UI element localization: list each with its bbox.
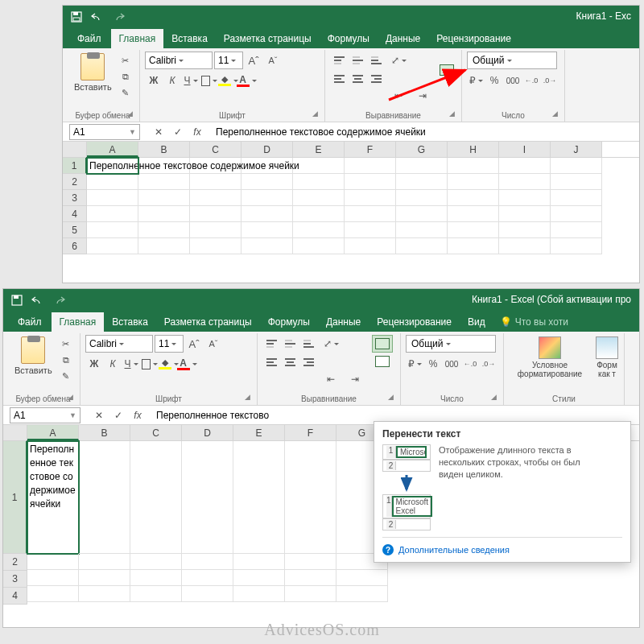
fx-icon[interactable]: fx (188, 123, 206, 141)
tab-layout[interactable]: Разметка страницы (156, 312, 260, 332)
cell[interactable] (182, 554, 233, 570)
cell[interactable] (138, 190, 190, 206)
cell[interactable] (345, 190, 396, 206)
column-header[interactable]: H (448, 142, 499, 157)
cell[interactable] (448, 238, 499, 254)
column-header[interactable]: G (396, 142, 448, 157)
bold-button[interactable]: Ж (145, 72, 163, 89)
decrease-indent-icon[interactable]: ⇤ (322, 370, 340, 388)
cell[interactable] (285, 554, 336, 570)
cell[interactable] (551, 174, 602, 190)
cell[interactable] (87, 174, 138, 190)
bold-button[interactable]: Ж (85, 355, 103, 373)
tab-file[interactable]: Файл (68, 29, 111, 48)
cell[interactable] (345, 206, 396, 222)
fill-color-button[interactable]: ◆ (219, 72, 237, 89)
tab-review[interactable]: Рецензирование (369, 312, 460, 332)
redo-icon[interactable] (50, 291, 68, 309)
cell[interactable] (130, 441, 182, 554)
format-painter-icon[interactable]: ✎ (59, 369, 73, 383)
column-header[interactable]: F (345, 142, 396, 157)
paste-button[interactable]: Вставить (71, 52, 115, 100)
cell[interactable] (190, 190, 242, 206)
fill-color-button[interactable]: ◆ (159, 355, 177, 373)
cell[interactable] (138, 206, 190, 222)
dialog-launcher-icon[interactable]: ◢ (388, 393, 398, 402)
currency-icon[interactable]: ₽ (467, 72, 485, 89)
cell[interactable] (285, 570, 336, 586)
tooltip-more-info-link[interactable]: Дополнительные сведения (382, 544, 622, 555)
decrease-decimal-icon[interactable]: .0→ (480, 355, 497, 373)
cell[interactable] (87, 222, 138, 238)
cell[interactable] (448, 158, 499, 174)
dialog-launcher-icon[interactable]: ◢ (127, 109, 137, 119)
cell[interactable] (190, 174, 242, 190)
cell[interactable] (448, 190, 499, 206)
dialog-launcher-icon[interactable]: ◢ (552, 109, 562, 119)
percent-icon[interactable]: % (424, 355, 442, 373)
column-header[interactable]: D (242, 142, 293, 157)
cell[interactable] (345, 238, 396, 254)
cell[interactable] (396, 222, 448, 238)
cell[interactable] (233, 441, 285, 554)
redo-icon[interactable] (109, 8, 127, 26)
tab-home[interactable]: Главная (52, 312, 105, 332)
align-center-icon[interactable] (281, 353, 299, 371)
column-header[interactable]: B (138, 142, 190, 157)
cell[interactable] (396, 238, 448, 254)
cell[interactable] (138, 174, 190, 190)
column-header[interactable]: J (551, 142, 602, 157)
decrease-font-icon[interactable]: Aˇ (204, 335, 222, 353)
tell-me-search[interactable]: 💡Что вы хоти (493, 312, 575, 332)
row-header[interactable]: 5 (63, 222, 87, 238)
cell[interactable] (233, 570, 285, 586)
cell[interactable] (551, 222, 602, 238)
cell[interactable] (87, 190, 138, 206)
align-center-icon[interactable] (349, 70, 366, 88)
format-painter-icon[interactable]: ✎ (118, 85, 133, 100)
increase-indent-icon[interactable]: ⇥ (414, 87, 431, 105)
cell[interactable] (551, 206, 602, 222)
column-header[interactable]: D (182, 425, 233, 440)
align-right-icon[interactable] (367, 70, 385, 88)
cell[interactable] (190, 238, 242, 254)
cell[interactable] (27, 586, 79, 602)
tab-insert[interactable]: Вставка (104, 312, 156, 332)
cut-icon[interactable]: ✂ (118, 53, 133, 68)
cell[interactable] (79, 441, 130, 554)
cut-icon[interactable]: ✂ (59, 336, 73, 351)
enter-icon[interactable]: ✓ (109, 407, 127, 424)
font-color-button[interactable]: A (178, 355, 196, 373)
cell[interactable] (336, 586, 388, 602)
comma-icon[interactable]: 000 (443, 355, 460, 373)
tab-data[interactable]: Данные (378, 29, 428, 48)
dialog-launcher-icon[interactable]: ◢ (312, 109, 322, 119)
cell[interactable] (79, 570, 130, 586)
row-header[interactable]: 6 (63, 238, 87, 254)
cell[interactable] (27, 554, 79, 570)
cell[interactable] (190, 206, 242, 222)
select-all-corner[interactable] (3, 425, 27, 440)
tab-review[interactable]: Рецензирование (428, 29, 519, 48)
cell[interactable] (293, 158, 345, 174)
cell[interactable] (79, 554, 130, 570)
cell[interactable] (396, 190, 448, 206)
cell[interactable] (499, 238, 551, 254)
currency-icon[interactable]: ₽ (406, 355, 423, 373)
dialog-launcher-icon[interactable]: ◢ (491, 393, 501, 402)
cell[interactable] (448, 222, 499, 238)
column-header[interactable]: E (233, 425, 285, 440)
paste-button[interactable]: Вставить (11, 335, 56, 383)
increase-font-icon[interactable]: Aˆ (185, 335, 203, 353)
decrease-font-icon[interactable]: Aˇ (264, 52, 282, 69)
tab-file[interactable]: Файл (8, 312, 52, 332)
comma-icon[interactable]: 000 (504, 72, 522, 89)
decrease-decimal-icon[interactable]: .0→ (541, 72, 559, 89)
cancel-icon[interactable]: ✕ (150, 123, 167, 141)
cell[interactable] (233, 554, 285, 570)
row-header[interactable]: 2 (3, 554, 27, 571)
row-header[interactable]: 4 (3, 588, 27, 605)
cell[interactable] (499, 158, 551, 174)
formula-input[interactable]: Переполненное текстово (151, 410, 639, 421)
cancel-icon[interactable]: ✕ (90, 407, 108, 424)
